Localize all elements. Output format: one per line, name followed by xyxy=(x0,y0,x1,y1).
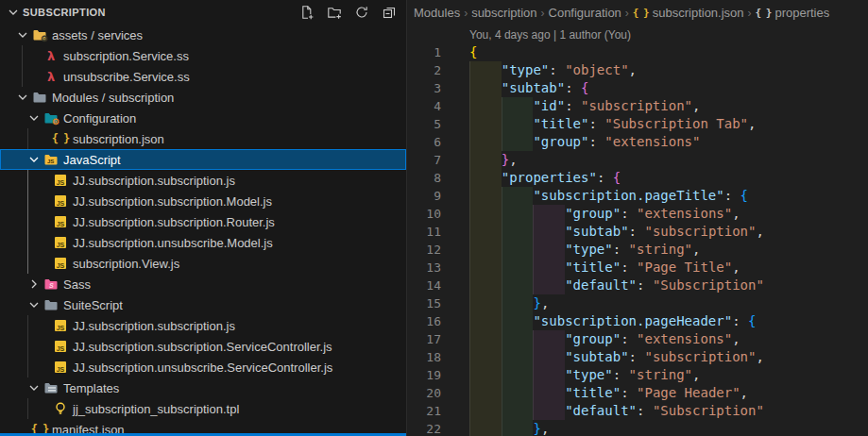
breadcrumb-item-modules[interactable]: Modules xyxy=(414,6,460,20)
tree-folder-sass[interactable]: SSass xyxy=(0,274,406,294)
line-number[interactable]: 5 xyxy=(407,115,441,133)
chevron-down-icon[interactable] xyxy=(26,152,42,167)
code-line-14[interactable]: 14 "default": "Subscription" xyxy=(407,277,868,294)
code-line-12[interactable]: 12 "type": "string", xyxy=(407,241,868,259)
tree-folder-configuration[interactable]: ⚙Configuration xyxy=(0,108,406,128)
code-line-15[interactable]: 15 }, xyxy=(407,294,868,312)
line-number[interactable]: 11 xyxy=(407,223,441,241)
line-content: "id": "subscription", xyxy=(469,97,700,115)
code-line-18[interactable]: 18 "subtab": "subscription", xyxy=(407,348,868,366)
tree-item-label: Configuration xyxy=(63,111,136,126)
line-number[interactable]: 2 xyxy=(407,61,441,79)
code-line-11[interactable]: 11 "subtab": "subscription", xyxy=(407,223,868,241)
code-line-13[interactable]: 13 "title": "Page Title", xyxy=(407,259,868,277)
tree-indent-guide xyxy=(27,315,28,336)
json-braces-icon: { } xyxy=(53,131,68,146)
line-number[interactable]: 4 xyxy=(407,97,441,115)
tree-file-jj-subscription-subscription-model-js[interactable]: JSJJ.subscription.subscription.Model.js xyxy=(0,191,406,211)
tree-file-jj-subscription-unsubscribe-model-js[interactable]: JSJJ.subscription.unsubscribe.Model.js xyxy=(0,232,406,253)
tree-folder-modules-subscription[interactable]: Modules / subscription xyxy=(0,87,406,108)
breadcrumb-item-subscription-json[interactable]: { }subscription.json xyxy=(633,6,744,20)
tree-file-jj-subscription-subscription-router-js[interactable]: JSJJ.subscription.subscription.Router.js xyxy=(0,211,406,232)
tree-file-unsubscribe-service-ss[interactable]: λunsubscribe.Service.ss xyxy=(0,66,406,87)
line-number[interactable]: 7 xyxy=(407,151,441,169)
line-number[interactable]: 22 xyxy=(407,420,441,436)
code-line-21[interactable]: 21 "default": "Subscription" xyxy=(407,402,868,420)
tree-file-jj-subscription-subscription-js[interactable]: JSJJ.subscription.subscription.js xyxy=(0,170,406,191)
code-line-22[interactable]: 22 }, xyxy=(407,420,868,436)
code-line-5[interactable]: 5 "title": "Subscription Tab", xyxy=(407,115,868,133)
line-number[interactable]: 19 xyxy=(407,366,441,384)
breadcrumb-label: Modules xyxy=(414,6,460,20)
code-line-4[interactable]: 4 "id": "subscription", xyxy=(407,97,868,115)
chevron-down-icon[interactable] xyxy=(26,380,42,395)
line-number[interactable]: 10 xyxy=(407,205,441,223)
chevron-down-icon[interactable] xyxy=(15,90,30,105)
code-line-6[interactable]: 6 "group": "extensions" xyxy=(407,133,868,151)
folder-template-icon xyxy=(43,380,59,395)
tree-indent-guide xyxy=(27,398,28,419)
tree-folder-javascript[interactable]: JSJavaScript xyxy=(0,149,406,170)
tree-indent-guide xyxy=(27,191,28,211)
code-tokens: "default": "Subscription" xyxy=(469,277,764,293)
breadcrumb-label: properties xyxy=(774,6,829,20)
tree-file-subscription-view-js[interactable]: JSsubscription.View.js xyxy=(0,253,406,274)
line-number[interactable]: 15 xyxy=(407,294,441,312)
chevron-down-icon[interactable] xyxy=(15,27,30,42)
line-number[interactable]: 1 xyxy=(407,43,441,61)
line-number[interactable]: 12 xyxy=(407,241,441,259)
editor-pane[interactable]: Modules›subscription›Configuration›{ }su… xyxy=(406,0,868,436)
tree-file-jj-subscription-subscription-js[interactable]: JSJJ.subscription.subscription.js xyxy=(0,315,406,336)
code-line-8[interactable]: 8 "properties": { xyxy=(407,169,868,187)
tree-folder-templates[interactable]: Templates xyxy=(0,377,406,398)
code-line-7[interactable]: 7 }, xyxy=(407,151,868,169)
tree-folder-assets-services[interactable]: ⚙assets / services xyxy=(0,25,406,45)
line-number[interactable]: 17 xyxy=(407,330,441,348)
breadcrumb-item-subscription[interactable]: subscription xyxy=(471,6,536,20)
line-number[interactable]: 21 xyxy=(407,402,441,420)
new-file-button[interactable] xyxy=(298,3,316,22)
chevron-right-icon[interactable] xyxy=(26,277,42,292)
new-folder-button[interactable] xyxy=(325,3,344,22)
code-area[interactable]: You, 4 days ago | 1 author (You) 1{2 "ty… xyxy=(407,25,868,436)
code-line-1[interactable]: 1{ xyxy=(407,43,868,61)
line-number[interactable]: 3 xyxy=(407,79,441,97)
line-content: "properties": { xyxy=(469,169,621,187)
line-number[interactable]: 9 xyxy=(407,187,441,205)
line-number[interactable]: 20 xyxy=(407,384,441,402)
line-number[interactable]: 14 xyxy=(407,277,441,294)
git-blame-annotation[interactable]: You, 4 days ago | 1 author (You) xyxy=(469,28,631,42)
code-line-16[interactable]: 16 "subscription.pageHeader": { xyxy=(407,312,868,330)
tree-file-jj-subscription-unsubscribe-servicecontroller-js[interactable]: JSJJ.subscription.unsubscribe.ServiceCon… xyxy=(0,357,406,377)
line-number[interactable]: 13 xyxy=(407,259,441,277)
chevron-down-icon[interactable] xyxy=(6,5,21,20)
tree-file-jj-subscription-subscription-servicecontroller-js[interactable]: JSJJ.subscription.subscription.ServiceCo… xyxy=(0,336,406,357)
code-line-19[interactable]: 19 "type": "string", xyxy=(407,366,868,384)
line-number[interactable]: 16 xyxy=(407,312,441,330)
tree-folder-suitescript[interactable]: SuiteScript xyxy=(0,294,406,315)
js-file-icon: JS xyxy=(53,173,68,188)
tree-file-subscription-service-ss[interactable]: λsubscription.Service.ss xyxy=(0,45,406,66)
line-number[interactable]: 8 xyxy=(407,169,441,187)
tree-file-subscription-json[interactable]: { }subscription.json xyxy=(0,128,406,149)
code-line-2[interactable]: 2 "type": "object", xyxy=(407,61,868,79)
code-line-9[interactable]: 9 "subscription.pageTitle": { xyxy=(407,187,868,205)
chevron-down-icon[interactable] xyxy=(26,297,42,312)
line-number[interactable]: 18 xyxy=(407,348,441,366)
explorer-section-header[interactable]: SUBSCRIPTION xyxy=(0,0,406,25)
refresh-explorer-button[interactable] xyxy=(352,3,371,22)
breadcrumb-item-configuration[interactable]: Configuration xyxy=(549,6,621,20)
collapse-folders-button[interactable] xyxy=(380,3,399,22)
code-line-17[interactable]: 17 "group": "extensions", xyxy=(407,330,868,348)
code-line-10[interactable]: 10 "group": "extensions", xyxy=(407,205,868,223)
breadcrumb-label: Configuration xyxy=(549,6,621,20)
chevron-down-icon[interactable] xyxy=(26,110,42,126)
tree-indent-guide xyxy=(22,45,23,66)
code-tokens: "subscription.pageHeader": { xyxy=(469,313,756,328)
breadcrumb-item-properties[interactable]: { }properties xyxy=(756,6,830,20)
tree-file-jj-subscription-subscription-tpl[interactable]: jj_subscription_subscription.tpl xyxy=(0,398,406,419)
code-line-20[interactable]: 20 "title": "Page Header", xyxy=(407,384,868,402)
code-line-3[interactable]: 3 "subtab": { xyxy=(407,79,868,97)
code-tokens: "subtab": { xyxy=(469,80,588,95)
line-number[interactable]: 6 xyxy=(407,133,441,151)
